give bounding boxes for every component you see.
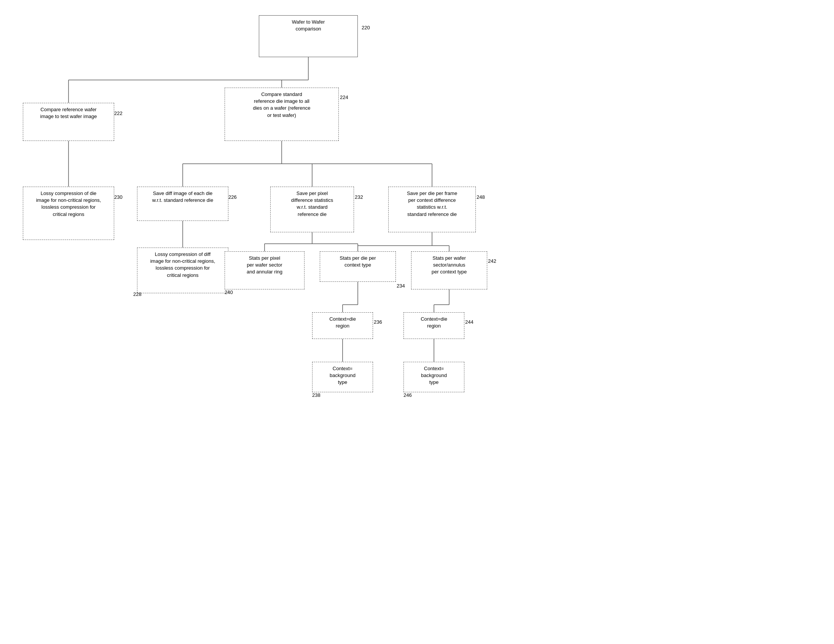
label-244: 244 (465, 319, 474, 325)
node-240: Stats per pixelper wafer sectorand annul… (225, 251, 304, 290)
node-246: Context=backgroundtype (404, 362, 464, 392)
node-222-text: Compare reference waferimage to test waf… (40, 107, 97, 119)
node-242: Stats per wafersector/annulusper context… (411, 251, 487, 290)
label-234: 234 (397, 283, 405, 289)
node-232: Save per pixeldifference statisticsw.r.t… (270, 187, 354, 232)
node-224-text: Compare standardreference die image to a… (253, 91, 310, 118)
node-226-text: Save diff image of each diew.r.t. standa… (152, 191, 213, 203)
label-246: 246 (404, 392, 412, 398)
label-224: 224 (340, 94, 348, 100)
node-236-text: Context=dieregion (329, 316, 356, 328)
label-228: 228 (133, 291, 142, 297)
node-222: Compare reference waferimage to test waf… (23, 103, 114, 141)
node-220-text: Wafer to Wafercomparison (292, 19, 325, 32)
label-226: 226 (228, 194, 237, 200)
label-236: 236 (374, 319, 382, 325)
node-242-text: Stats per wafersector/annulusper context… (432, 255, 467, 275)
node-244-text: Context=dieregion (420, 316, 447, 328)
node-228: Lossy compression of diffimage for non-c… (137, 248, 228, 293)
node-238: Context=backgroundtype (312, 362, 373, 392)
node-226: Save diff image of each diew.r.t. standa… (137, 187, 228, 221)
node-240-text: Stats per pixelper wafer sectorand annul… (247, 255, 283, 275)
node-238-text: Context=backgroundtype (330, 366, 356, 385)
label-232: 232 (355, 194, 363, 200)
node-248: Save per die per frameper context differ… (388, 187, 476, 232)
node-234-text: Stats per die percontext type (339, 255, 376, 268)
node-236: Context=dieregion (312, 312, 373, 339)
label-238: 238 (312, 392, 320, 398)
node-246-text: Context=backgroundtype (421, 366, 447, 385)
node-232-text: Save per pixeldifference statisticsw.r.t… (291, 191, 333, 217)
node-224: Compare standardreference die image to a… (225, 87, 339, 141)
node-228-text: Lossy compression of diffimage for non-c… (150, 251, 215, 278)
node-230-text: Lossy compression of dieimage for non-cr… (36, 191, 101, 217)
node-220: Wafer to Wafercomparison (259, 15, 358, 57)
label-240: 240 (225, 290, 233, 295)
diagram-container: Wafer to Wafercomparison 220 Compare ref… (0, 0, 834, 644)
node-248-text: Save per die per frameper context differ… (407, 191, 457, 217)
node-244: Context=dieregion (404, 312, 464, 339)
node-234: Stats per die percontext type (320, 251, 396, 282)
label-230: 230 (114, 194, 123, 200)
node-230: Lossy compression of dieimage for non-cr… (23, 187, 114, 240)
label-248: 248 (477, 194, 485, 200)
label-242: 242 (488, 258, 496, 264)
label-222: 222 (114, 110, 123, 116)
label-220: 220 (362, 25, 370, 31)
